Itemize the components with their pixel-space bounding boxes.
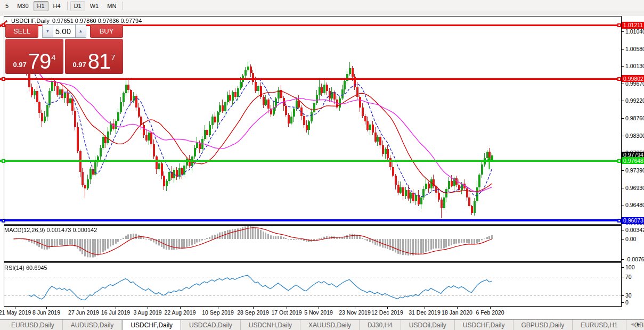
volume-decrease-button[interactable]: ▼: [42, 24, 53, 38]
rsi-axis-tick-label: 100: [625, 264, 635, 270]
axis-tick-mark: [622, 230, 624, 230]
price-line-label: 0.96073: [622, 217, 644, 224]
separator-macd-rsi-b: [4, 262, 622, 263]
sell-price-big: 79: [28, 52, 51, 70]
price-axis-tick-label: 0.98300: [625, 133, 644, 139]
separator-main-macd-a: [4, 224, 622, 225]
axis-tick-mark: [622, 84, 624, 84]
macd-axis-tick-label: -0.007615: [625, 256, 644, 262]
toolbar-separator: [123, 2, 123, 10]
buy-button[interactable]: BUY: [90, 24, 123, 38]
date-axis-label: 28 Sep 2019: [234, 309, 272, 316]
axis-tick-mark: [622, 188, 624, 188]
price-axis-tick-label: 0.97390: [625, 167, 644, 174]
timeframe-toolbar: 5M30H1H4D1W1MN: [0, 0, 644, 12]
buy-price-box[interactable]: 0.97 81 7: [65, 39, 123, 74]
date-axis-label: 6 Feb 2020: [471, 309, 509, 316]
axis-tick-mark: [622, 118, 624, 119]
axis-tick-mark: [622, 49, 624, 50]
timeframe-button-mn[interactable]: MN: [103, 1, 120, 11]
window-gap: [0, 12, 644, 16]
chart-tab-bar: EURUSD,DailyAUDUSD,DailyUSDCHF,DailyUSDC…: [0, 319, 644, 330]
macd-axis-tick-label: 0.00: [625, 236, 636, 242]
timeframe-button-h1[interactable]: H1: [34, 1, 48, 11]
chart-title: ▲ USDCHF,Daily 0.97651 0.97860 0.97636 0…: [4, 18, 142, 24]
date-axis-label: 3 Aug 2019: [129, 309, 166, 316]
axis-tick-mark: [622, 277, 624, 277]
volume-input[interactable]: 5.00: [53, 24, 75, 38]
axis-tick-mark: [622, 295, 624, 296]
price-line-label: 0.97648: [622, 157, 644, 164]
timeframe-button-w1[interactable]: W1: [86, 1, 103, 11]
chart-ohlc-values: 0.97651 0.97860 0.97636 0.97794: [52, 18, 142, 24]
axis-tick-mark: [622, 239, 624, 240]
axis-tick-mark: [622, 205, 624, 205]
sell-button[interactable]: SELL: [5, 24, 38, 38]
chart-tab-usdchf-daily[interactable]: USDCHF,Daily: [122, 319, 181, 330]
sell-price-pip: 4: [51, 53, 55, 62]
price-axis-tick-label: 0.96930: [625, 185, 644, 191]
axis-tick-mark: [622, 170, 624, 171]
price-axis-tick-label: 1.00130: [625, 63, 644, 69]
macd-indicator-label: MACD(12,26,9) 0.001473 0.000142: [4, 227, 97, 233]
timeframe-button-d1[interactable]: D1: [70, 1, 85, 11]
axis-tick-mark: [622, 259, 624, 260]
price-axis[interactable]: 1.010401.005801.001300.996700.992200.987…: [622, 16, 644, 307]
rsi-axis-tick-label: 0: [625, 299, 629, 306]
toolbar-separator: [67, 2, 68, 10]
price-line-label: 1.01211: [622, 22, 644, 29]
chart-tab-eurusd-daily[interactable]: EURUSD,Daily: [3, 320, 63, 330]
axis-tick-mark: [622, 31, 624, 32]
date-axis[interactable]: 21 May 20198 Jun 201927 Jun 201916 Jul 2…: [0, 307, 644, 319]
date-axis-label: 12 Dec 2019: [369, 309, 406, 316]
axis-tick-mark: [622, 66, 624, 67]
date-axis-label: 22 Aug 2019: [161, 309, 199, 316]
separator-main-macd-b: [4, 225, 622, 226]
buy-price-prefix: 0.97: [72, 61, 86, 69]
chart-symbol-label: USDCHF,Daily: [11, 18, 50, 24]
date-axis-label: 8 Jun 2019: [28, 309, 65, 316]
chart-tab-usdcad-daily[interactable]: USDCAD,Daily: [181, 320, 241, 330]
buy-price-big: 81: [88, 52, 111, 70]
date-axis-label: 10 Sep 2019: [199, 309, 237, 316]
chart-tab-eurusd-h1[interactable]: EURUSD,H1: [573, 320, 626, 330]
timeframe-button-h4[interactable]: H4: [50, 1, 64, 11]
axis-tick-mark: [622, 302, 624, 303]
chart-tab-gbpusd-daily[interactable]: GBPUSD,Daily: [513, 320, 573, 330]
chart-tab-dj30-h4[interactable]: DJ30,H4: [360, 320, 401, 330]
date-axis-label: 23 Nov 2019: [336, 309, 373, 316]
macd-axis-tick-label: 0.003428: [625, 227, 644, 233]
date-axis-label: 5 Nov 2019: [300, 309, 337, 316]
chart-frame-left: [4, 16, 4, 307]
axis-tick-mark: [622, 267, 624, 268]
buy-price-pip: 7: [111, 53, 115, 62]
timeframe-button-5[interactable]: 5: [2, 1, 12, 11]
axis-tick-mark: [622, 136, 624, 136]
axis-tick-mark: [622, 101, 624, 101]
chart-tab-audusd-daily[interactable]: AUDUSD,Daily: [63, 320, 123, 330]
chart-tab-usdcnh-daily[interactable]: USDCNH,Daily: [241, 320, 300, 330]
separator-rsi-dates: [4, 306, 622, 307]
rsi-axis-tick-label: 30: [625, 292, 632, 299]
price-axis-tick-label: 0.96480: [625, 202, 644, 208]
chart-tab-usdoil-daily[interactable]: USDOil,Daily: [401, 320, 455, 330]
tab-scroll-right-icon[interactable]: ►: [636, 321, 642, 327]
timeframe-button-m30[interactable]: M30: [13, 1, 32, 11]
one-click-trade-panel: SELL ▼ 5.00 ▲ BUY 0.97 79 4 0.97 81 7: [5, 24, 123, 74]
price-axis-tick-label: 0.99220: [625, 97, 644, 104]
volume-increase-button[interactable]: ▲: [75, 24, 86, 38]
sell-price-box[interactable]: 0.97 79 4: [5, 39, 63, 74]
price-line-label: 0.99802: [622, 75, 644, 82]
price-axis-tick-label: 1.01040: [625, 28, 644, 35]
tab-scroll-left-icon[interactable]: ◄: [630, 321, 636, 327]
separator-macd-rsi-a: [4, 261, 622, 262]
chart-tab-usdchf-daily[interactable]: USDCHF,Daily: [455, 320, 513, 330]
sell-price-prefix: 0.97: [13, 61, 26, 69]
price-axis-tick-label: 0.98760: [625, 115, 644, 121]
chart-frame-top: [4, 16, 622, 16]
chart-tab-xauusd-daily[interactable]: XAUUSD,Daily: [300, 320, 360, 330]
price-axis-tick-label: 1.00580: [625, 46, 644, 52]
rsi-indicator-label: RSI(14) 60.6945: [4, 265, 47, 271]
date-axis-label: 31 Dec 2019: [406, 309, 443, 316]
rsi-axis-tick-label: 70: [625, 274, 632, 280]
